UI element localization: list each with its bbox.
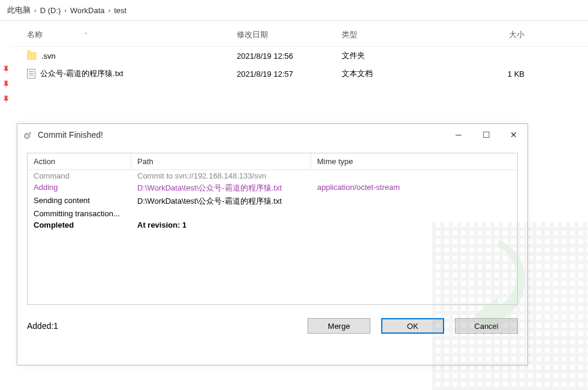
- commit-action: Completed: [28, 219, 131, 231]
- sort-caret-icon: ˄: [85, 32, 88, 38]
- dialog-title: Commit Finished!: [38, 130, 445, 140]
- crumb-pc[interactable]: 此电脑: [7, 5, 31, 16]
- commit-action: Committing transaction...: [28, 208, 131, 219]
- file-list-header: 名称 ˄ 修改日期 类型 大小: [12, 21, 588, 47]
- commit-path: [131, 208, 311, 219]
- crumb-test[interactable]: test: [114, 6, 126, 15]
- cancel-button[interactable]: Cancel: [455, 318, 518, 334]
- svg-point-1: [25, 134, 29, 138]
- crumb-drive[interactable]: D (D:): [40, 6, 61, 15]
- folder-icon: [27, 52, 37, 60]
- commit-action: Command: [28, 170, 131, 182]
- file-type: 文本文档: [342, 68, 459, 79]
- file-type: 文件夹: [342, 50, 459, 61]
- chevron-right-icon: ›: [34, 7, 37, 14]
- pin-icon: 📌: [1, 79, 11, 89]
- commit-row[interactable]: AddingD:\WorkData\test\公众号-霸道的程序猿.txtapp…: [28, 182, 517, 195]
- commit-action: Adding: [28, 182, 131, 195]
- file-name: .svn: [41, 52, 56, 61]
- column-header-date[interactable]: 修改日期: [237, 29, 342, 40]
- pin-icon: 📌: [1, 94, 11, 104]
- commit-row[interactable]: CommandCommit to svn://192.168.148.133/s…: [28, 170, 517, 182]
- commit-table-header: Action Path Mime type: [28, 153, 517, 170]
- commit-row[interactable]: Committing transaction...: [28, 208, 517, 219]
- column-header-type[interactable]: 类型: [342, 29, 459, 40]
- header-mime[interactable]: Mime type: [311, 153, 517, 170]
- file-date: 2021/8/19 12:56: [237, 52, 342, 61]
- commit-finished-dialog: Commit Finished! ─ ☐ ✕ Action Path Mime …: [17, 123, 528, 365]
- commit-row[interactable]: Sending contentD:\WorkData\test\公众号-霸道的程…: [28, 195, 517, 208]
- text-file-icon: [27, 69, 35, 78]
- chevron-right-icon: ›: [64, 7, 67, 14]
- file-date: 2021/8/19 12:57: [237, 69, 342, 78]
- commit-path: At revision: 1: [131, 219, 311, 231]
- commit-row[interactable]: CompletedAt revision: 1: [28, 219, 517, 231]
- commit-path: Commit to svn://192.168.148.133/svn: [131, 170, 311, 182]
- file-row[interactable]: 公众号-霸道的程序猿.txt 2021/8/19 12:57 文本文档 1 KB: [12, 65, 588, 83]
- commit-path: D:\WorkData\test\公众号-霸道的程序猿.txt: [131, 182, 311, 195]
- column-name-label: 名称: [27, 29, 43, 40]
- file-size: 1 KB: [459, 69, 524, 78]
- commit-action: Sending content: [28, 195, 131, 208]
- commit-mime: [311, 170, 517, 182]
- commit-mime: [311, 208, 517, 219]
- minimize-button[interactable]: ─: [445, 126, 472, 143]
- commit-path: D:\WorkData\test\公众号-霸道的程序猿.txt: [131, 195, 311, 208]
- tortoisesvn-icon: [23, 130, 33, 140]
- file-list: 名称 ˄ 修改日期 类型 大小 .svn 2021/8/19 12:56 文件夹…: [12, 21, 588, 102]
- commit-mime: [311, 219, 517, 231]
- header-path[interactable]: Path: [131, 153, 311, 170]
- ok-button[interactable]: OK: [381, 318, 444, 334]
- header-action[interactable]: Action: [28, 153, 131, 170]
- dialog-titlebar[interactable]: Commit Finished! ─ ☐ ✕: [17, 124, 527, 146]
- chevron-right-icon: ›: [108, 7, 111, 14]
- commit-mime: [311, 195, 517, 208]
- commit-results-table: Action Path Mime type CommandCommit to s…: [27, 153, 518, 305]
- status-text: Added:1: [27, 321, 297, 331]
- file-row[interactable]: .svn 2021/8/19 12:56 文件夹: [12, 47, 588, 65]
- merge-button[interactable]: Merge: [307, 318, 370, 334]
- breadcrumb[interactable]: 此电脑 › D (D:) › WorkData › test: [0, 0, 588, 21]
- column-header-name[interactable]: 名称 ˄: [27, 29, 237, 40]
- pin-icon: 📌: [1, 64, 11, 74]
- commit-mime: application/octet-stream: [311, 182, 517, 195]
- crumb-workdata[interactable]: WorkData: [70, 6, 105, 15]
- maximize-button[interactable]: ☐: [472, 126, 500, 143]
- column-header-size[interactable]: 大小: [459, 29, 524, 40]
- pin-column: 📌 📌 📌: [0, 21, 12, 102]
- close-button[interactable]: ✕: [500, 126, 527, 143]
- file-name: 公众号-霸道的程序猿.txt: [40, 68, 123, 79]
